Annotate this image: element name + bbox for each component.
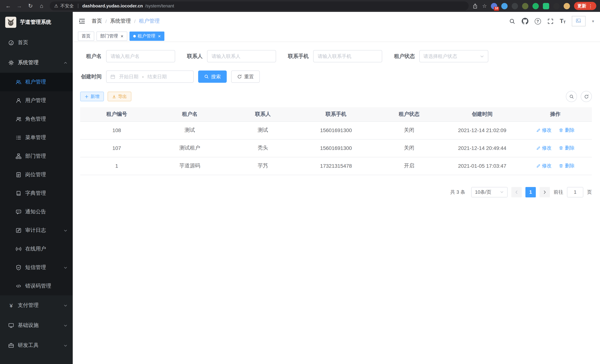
column-status: 租户状态	[373, 107, 446, 121]
next-page-button[interactable]	[540, 187, 550, 197]
chevron-left-icon	[514, 190, 519, 194]
refresh-table-button[interactable]	[581, 91, 592, 102]
tab-home[interactable]: 首页	[78, 31, 94, 41]
sidebar-item-tenant-management[interactable]: 租户管理	[0, 73, 73, 91]
user-avatar[interactable]	[572, 16, 586, 26]
edit-link[interactable]: 修改	[536, 127, 552, 134]
status-value: 开启	[373, 157, 446, 175]
page-number-current[interactable]: 1	[525, 187, 536, 197]
export-button[interactable]: 导出	[108, 92, 131, 101]
browser-menu-icon[interactable]: ⋮	[588, 3, 593, 9]
online-signal-icon	[16, 246, 21, 252]
address-divider	[78, 4, 78, 8]
browser-home-icon[interactable]: ⌂	[37, 1, 46, 10]
sidebar-item-sms-management[interactable]: 短信管理	[0, 258, 73, 277]
sidebar-item-dept-management[interactable]: 部门管理	[0, 147, 73, 166]
browser-back-icon[interactable]: ←	[4, 1, 13, 10]
filter-row-2: 创建时间 开始日期 - 结束日期 搜索	[80, 71, 592, 83]
app-logo-row[interactable]: 芋道管理系统	[0, 12, 73, 33]
close-icon[interactable]: ×	[121, 34, 123, 38]
extension-icon-4[interactable]	[522, 3, 528, 9]
plus-icon	[84, 94, 89, 99]
sidebar-item-error-code-management[interactable]: 错误码管理	[0, 277, 73, 295]
pagination: 共 3 条 10条/页 1 前往 页	[80, 187, 592, 197]
extension-icon-6[interactable]	[543, 3, 549, 9]
extension-icon-7[interactable]	[553, 3, 560, 9]
date-end-placeholder: 结束日期	[148, 73, 167, 80]
address-bar[interactable]: ⚠ 不安全 dashboard.yudao.iocoder.cn/system/…	[50, 1, 469, 10]
bookmark-star-icon[interactable]: ☆	[482, 3, 487, 9]
delete-link[interactable]: 删除	[559, 145, 575, 151]
page-size-select[interactable]: 10条/页	[471, 187, 508, 197]
extension-icon-5[interactable]	[533, 3, 539, 9]
status-select[interactable]: 请选择租户状态	[419, 50, 488, 62]
delete-link[interactable]: 删除	[559, 127, 575, 134]
extension-icon-2[interactable]	[501, 3, 508, 9]
active-tab-dot	[133, 35, 136, 37]
sidebar-item-audit-log[interactable]: 审计日志	[0, 221, 73, 240]
tab-dept-management[interactable]: 部门管理 ×	[96, 31, 127, 41]
trash-icon	[559, 164, 563, 168]
breadcrumb-system-management[interactable]: 系统管理	[110, 18, 131, 25]
contact-label: 联系人	[187, 53, 203, 60]
chevron-down-icon	[64, 303, 67, 308]
goto-page-input[interactable]	[567, 187, 583, 197]
sidebar-item-infrastructure[interactable]: 基础设施	[0, 315, 73, 336]
phone-input[interactable]	[313, 50, 382, 62]
tab-tenant-management[interactable]: 租户管理 ×	[129, 31, 164, 41]
gear-icon	[8, 60, 14, 66]
dashboard-icon	[8, 40, 14, 46]
tenant-name-input[interactable]	[106, 50, 175, 62]
sidebar-item-menu-management[interactable]: 菜单管理	[0, 128, 73, 147]
browser-toolbar: ← → ↻ ⌂ ⚠ 不安全 dashboard.yudao.iocoder.cn…	[0, 0, 600, 12]
font-size-icon[interactable]: TT	[560, 18, 566, 24]
add-button[interactable]: 新增	[80, 92, 104, 101]
column-contact: 联系人	[226, 107, 300, 121]
sidebar-item-notice[interactable]: 通知公告	[0, 203, 73, 221]
browser-update-button[interactable]: 更新 ⋮	[574, 2, 596, 10]
edit-link[interactable]: 修改	[536, 162, 552, 169]
sidebar-item-home[interactable]: 首页	[0, 33, 73, 53]
reset-button[interactable]: 重置	[231, 71, 260, 83]
sidebar-item-online-users[interactable]: 在线用户	[0, 240, 73, 258]
badge-icon	[16, 172, 21, 178]
sidebar-item-user-management[interactable]: 用户管理	[0, 91, 73, 110]
edit-icon	[536, 146, 540, 150]
avatar-caret-icon[interactable]: ▾	[592, 19, 594, 24]
chevron-down-icon	[64, 323, 67, 327]
fullscreen-icon[interactable]	[547, 18, 553, 24]
chevron-down-icon	[64, 228, 67, 233]
security-warning-icon: ⚠	[54, 3, 58, 9]
table-tools	[566, 91, 592, 102]
github-icon[interactable]	[522, 18, 528, 25]
sidebar-item-payment-management[interactable]: ¥ 支付管理	[0, 295, 73, 315]
table-row: 1 芋道源码 芋艿 17321315478 开启 2021-01-05 17:0…	[80, 157, 592, 175]
sidebar-item-dev-tools[interactable]: 研发工具	[0, 336, 73, 355]
extension-icon-1[interactable]: 10	[491, 3, 497, 9]
browser-reload-icon[interactable]: ↻	[26, 1, 35, 10]
sidebar-item-system-management[interactable]: 系统管理	[0, 53, 73, 73]
contact-input[interactable]	[207, 50, 276, 62]
delete-link[interactable]: 删除	[559, 162, 575, 169]
extension-icon-3[interactable]	[512, 3, 518, 9]
sidebar-collapse-icon[interactable]	[79, 18, 85, 25]
sidebar-item-dict-management[interactable]: 字典管理	[0, 184, 73, 203]
search-icon[interactable]	[509, 18, 515, 24]
help-icon[interactable]: ?	[534, 18, 541, 24]
browser-forward-icon[interactable]: →	[15, 1, 24, 10]
edit-link[interactable]: 修改	[536, 145, 552, 151]
browser-profile-avatar[interactable]	[564, 3, 570, 9]
prev-page-button[interactable]	[511, 187, 522, 197]
download-icon	[112, 94, 116, 99]
sidebar-item-post-management[interactable]: 岗位管理	[0, 166, 73, 184]
hide-search-button[interactable]	[566, 91, 577, 102]
calendar-icon	[110, 74, 115, 79]
close-icon[interactable]: ×	[158, 34, 161, 38]
filter-contact: 联系人	[187, 50, 276, 62]
create-time-label: 创建时间	[80, 73, 102, 80]
share-icon[interactable]	[473, 3, 478, 9]
sidebar-item-role-management[interactable]: 角色管理	[0, 110, 73, 128]
date-range-picker[interactable]: 开始日期 - 结束日期	[106, 71, 194, 83]
breadcrumb-home[interactable]: 首页	[92, 18, 102, 25]
search-button[interactable]: 搜索	[198, 71, 227, 83]
